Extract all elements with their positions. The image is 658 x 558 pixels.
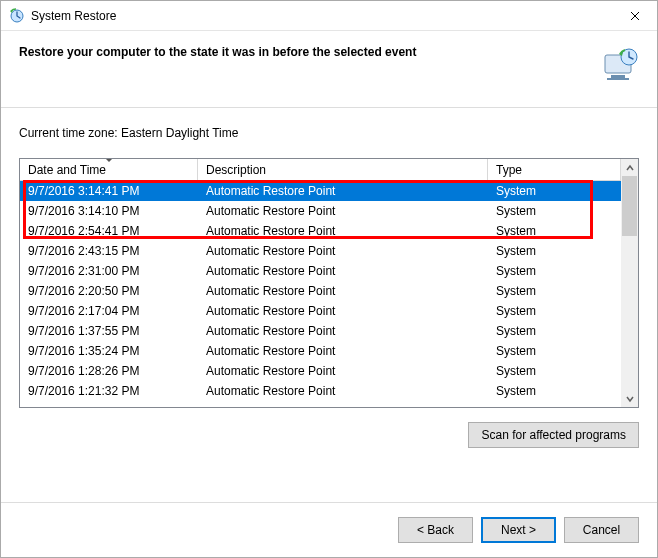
restore-icon-large	[599, 45, 639, 85]
back-button[interactable]: < Back	[398, 517, 473, 543]
scroll-thumb[interactable]	[622, 176, 637, 236]
svg-rect-4	[607, 78, 629, 80]
table-row[interactable]: 9/7/2016 2:31:00 PMAutomatic Restore Poi…	[20, 261, 621, 281]
cancel-button[interactable]: Cancel	[564, 517, 639, 543]
table-cell: 9/7/2016 2:20:50 PM	[20, 282, 198, 300]
table-cell: Automatic Restore Point	[198, 322, 488, 340]
table-cell: 9/7/2016 2:17:04 PM	[20, 302, 198, 320]
column-datetime[interactable]: Date and Time	[20, 159, 198, 181]
svg-rect-3	[611, 75, 625, 78]
table-cell: Automatic Restore Point	[198, 222, 488, 240]
table-cell: 9/7/2016 1:35:24 PM	[20, 342, 198, 360]
table-cell: Automatic Restore Point	[198, 382, 488, 400]
table-cell: Automatic Restore Point	[198, 302, 488, 320]
table-body: 9/7/2016 3:14:41 PMAutomatic Restore Poi…	[20, 181, 621, 407]
table-cell: System	[488, 222, 621, 240]
table-row[interactable]: 9/7/2016 2:54:41 PMAutomatic Restore Poi…	[20, 221, 621, 241]
wizard-header: Restore your computer to the state it wa…	[1, 31, 657, 108]
next-button[interactable]: Next >	[481, 517, 556, 543]
scroll-down-icon[interactable]	[621, 390, 638, 407]
table-cell: 9/7/2016 3:14:41 PM	[20, 182, 198, 200]
table-cell: System	[488, 262, 621, 280]
table-row[interactable]: 9/7/2016 3:14:10 PMAutomatic Restore Poi…	[20, 201, 621, 221]
table-header: Date and Time Description Type	[20, 159, 621, 181]
table-cell: System	[488, 302, 621, 320]
column-description[interactable]: Description	[198, 159, 488, 181]
table-cell: 9/7/2016 1:37:55 PM	[20, 322, 198, 340]
close-button[interactable]	[612, 1, 657, 30]
table-row[interactable]: 9/7/2016 1:21:32 PMAutomatic Restore Poi…	[20, 381, 621, 401]
table-row[interactable]: 9/7/2016 2:17:04 PMAutomatic Restore Poi…	[20, 301, 621, 321]
restore-icon	[9, 8, 25, 24]
table-cell: 9/7/2016 1:28:26 PM	[20, 362, 198, 380]
table-row[interactable]: 9/7/2016 1:28:26 PMAutomatic Restore Poi…	[20, 361, 621, 381]
table-cell: System	[488, 382, 621, 400]
wizard-body: Current time zone: Eastern Daylight Time…	[1, 108, 657, 502]
table-cell: Automatic Restore Point	[198, 242, 488, 260]
column-type[interactable]: Type	[488, 159, 621, 181]
table-cell: Automatic Restore Point	[198, 262, 488, 280]
table-cell: Automatic Restore Point	[198, 182, 488, 200]
scan-affected-button[interactable]: Scan for affected programs	[468, 422, 639, 448]
table-cell: System	[488, 182, 621, 200]
timezone-label: Current time zone: Eastern Daylight Time	[19, 126, 639, 140]
table-cell: 9/7/2016 3:14:10 PM	[20, 202, 198, 220]
table-row[interactable]: 9/7/2016 3:14:41 PMAutomatic Restore Poi…	[20, 181, 621, 201]
table-cell: System	[488, 342, 621, 360]
table-cell: Automatic Restore Point	[198, 362, 488, 380]
table-cell: System	[488, 322, 621, 340]
table-row[interactable]: 9/7/2016 2:43:15 PMAutomatic Restore Poi…	[20, 241, 621, 261]
table-cell: 9/7/2016 1:21:32 PM	[20, 382, 198, 400]
table-cell: System	[488, 362, 621, 380]
page-heading: Restore your computer to the state it wa…	[19, 45, 599, 59]
table-cell: Automatic Restore Point	[198, 282, 488, 300]
table-cell: Automatic Restore Point	[198, 342, 488, 360]
vertical-scrollbar[interactable]	[621, 159, 638, 407]
table-cell: 9/7/2016 2:43:15 PM	[20, 242, 198, 260]
system-restore-window: System Restore Restore your computer to …	[0, 0, 658, 558]
table-cell: System	[488, 242, 621, 260]
table-cell: Automatic Restore Point	[198, 202, 488, 220]
restore-points-table: Date and Time Description Type 9/7/2016 …	[19, 158, 639, 408]
table-row[interactable]: 9/7/2016 1:35:24 PMAutomatic Restore Poi…	[20, 341, 621, 361]
window-title: System Restore	[31, 9, 612, 23]
wizard-footer: < Back Next > Cancel	[1, 502, 657, 557]
table-row[interactable]: 9/7/2016 1:37:55 PMAutomatic Restore Poi…	[20, 321, 621, 341]
scroll-track[interactable]	[621, 176, 638, 390]
table-cell: 9/7/2016 2:54:41 PM	[20, 222, 198, 240]
table-cell: System	[488, 282, 621, 300]
table-cell: System	[488, 202, 621, 220]
scroll-up-icon[interactable]	[621, 159, 638, 176]
table-row[interactable]: 9/7/2016 2:20:50 PMAutomatic Restore Poi…	[20, 281, 621, 301]
titlebar: System Restore	[1, 1, 657, 31]
table-cell: 9/7/2016 2:31:00 PM	[20, 262, 198, 280]
